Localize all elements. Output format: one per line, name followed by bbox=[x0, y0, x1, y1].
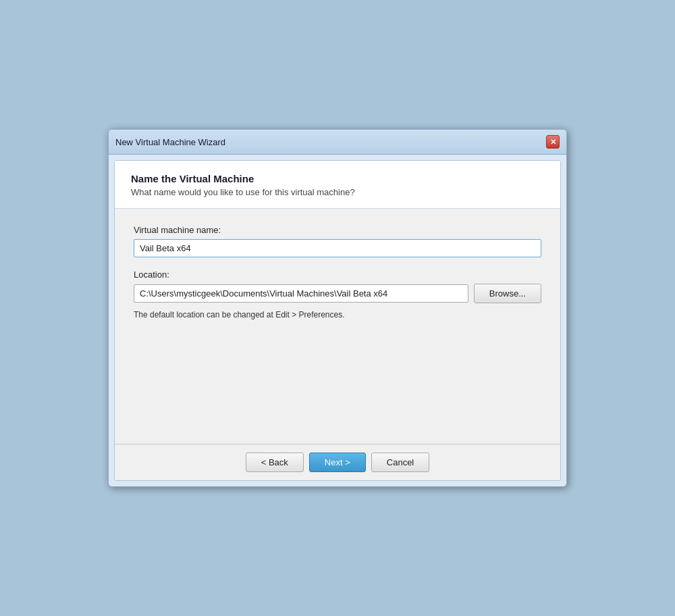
vm-name-input[interactable] bbox=[134, 239, 541, 257]
page-subtitle: What name would you like to use for this… bbox=[131, 187, 544, 197]
browse-button[interactable]: Browse... bbox=[474, 284, 541, 303]
location-row: Browse... bbox=[134, 284, 541, 303]
location-input[interactable] bbox=[134, 284, 468, 303]
location-label: Location: bbox=[134, 270, 541, 280]
window-content: Name the Virtual Machine What name would… bbox=[114, 160, 561, 481]
title-bar: New Virtual Machine Wizard ✕ bbox=[109, 130, 566, 155]
header-section: Name the Virtual Machine What name would… bbox=[115, 161, 560, 209]
hint-text: The default location can be changed at E… bbox=[134, 310, 541, 319]
footer-section: < Back Next > Cancel bbox=[115, 444, 560, 480]
vm-name-label: Virtual machine name: bbox=[134, 225, 541, 235]
spacer bbox=[134, 319, 541, 428]
wizard-window: New Virtual Machine Wizard ✕ Name the Vi… bbox=[108, 129, 567, 487]
back-button[interactable]: < Back bbox=[246, 453, 304, 472]
close-button[interactable]: ✕ bbox=[546, 135, 560, 149]
window-title: New Virtual Machine Wizard bbox=[115, 137, 225, 147]
cancel-button[interactable]: Cancel bbox=[371, 453, 429, 472]
next-button[interactable]: Next > bbox=[309, 453, 366, 472]
page-title: Name the Virtual Machine bbox=[131, 173, 544, 184]
form-section: Virtual machine name: Location: Browse..… bbox=[115, 209, 560, 444]
